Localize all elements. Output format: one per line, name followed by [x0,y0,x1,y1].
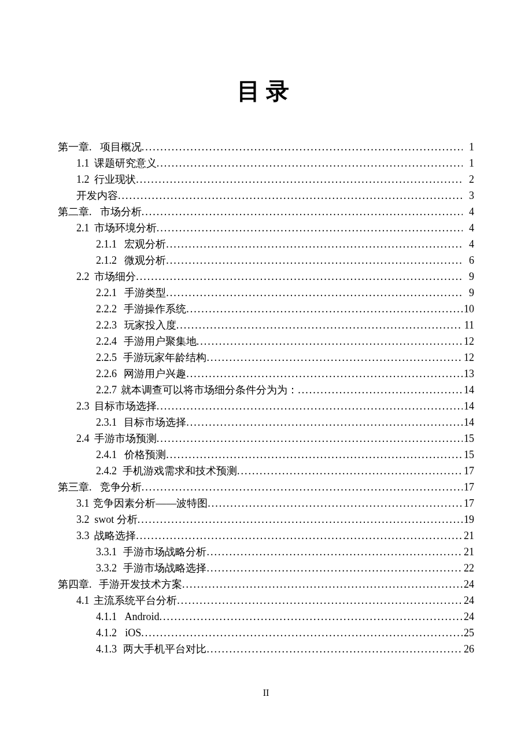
dot-leader [142,139,463,155]
toc-entry-number: 2.2.4 [96,333,117,349]
dot-leader [141,625,463,641]
toc-entry-label: 宏观分析 [124,236,166,252]
toc-entry-page: 12 [463,349,474,366]
toc-entry-page: 4 [463,204,474,220]
toc-entry: 第四章.手游开发技术方案24 [58,576,474,592]
toc-entry-number: 2.2.6 [96,366,117,382]
toc-entry-number: 2.4.2 [96,463,117,479]
toc-entry-label: 目标市场选择 [94,398,157,414]
toc-entry-label: 手游玩家年龄结构 [123,349,206,366]
toc-entry-number: 3.3 [76,528,90,544]
toc-entry-page: 9 [463,285,474,301]
toc-entry-page: 10 [463,301,474,317]
toc-entry-label: 两大手机平台对比 [123,641,206,657]
toc-entry-number: 2.2.3 [96,317,117,333]
toc-entry-label: 手游开发技术方案 [99,576,182,592]
toc-entry-number: 2.1.2 [96,252,117,268]
page-number-footer: II [0,688,532,698]
toc-entry-label: 市场分析 [100,204,142,220]
toc-entry-page: 4 [463,236,474,252]
toc-entry-label: 就本调查可以将市场细分条件分为为： [121,382,298,398]
table-of-contents: 第一章.项目概况11.1课题研究意义11.2行业现状2开发内容3第二章.市场分析… [58,139,474,657]
toc-entry: 2.2.4手游用户聚集地12 [58,333,474,349]
dot-leader [186,414,463,430]
toc-entry-number: 第一章. [58,139,92,155]
toc-entry: 2.1市场环境分析4 [58,220,474,236]
toc-entry: 4.1.2iOS25 [58,625,474,641]
dot-leader [157,430,463,447]
toc-entry-page: 24 [463,576,474,592]
toc-entry-page: 14 [463,414,474,430]
toc-entry-page: 17 [463,495,474,511]
dot-leader [206,349,463,366]
toc-entry-number: 第二章. [58,204,92,220]
dot-leader [206,544,463,560]
toc-entry-page: 17 [463,479,474,495]
toc-entry-number: 2.2 [76,268,90,285]
dot-leader [197,333,463,349]
toc-entry-page: 2 [463,171,474,187]
toc-entry: 3.3.1手游市场战略分析21 [58,544,474,560]
dot-leader [177,592,463,609]
toc-entry: 2.2.5手游玩家年龄结构12 [58,349,474,366]
toc-entry-page: 15 [463,430,474,447]
dot-leader [206,641,463,657]
toc-entry-label: 手机游戏需求和技术预测 [123,463,237,479]
toc-entry: 2.2.3玩家投入度11 [58,317,474,333]
toc-entry: 1.2行业现状2 [58,171,474,187]
dot-leader [136,171,463,187]
toc-entry-label: 项目概况 [100,139,142,155]
toc-entry-number: 2.3.1 [96,414,117,430]
toc-entry-number: 1.2 [76,171,90,187]
dot-leader [166,252,463,268]
toc-entry-label: 目标市场选择 [124,414,186,430]
dot-leader [142,204,463,220]
dot-leader [142,479,463,495]
toc-entry-page: 11 [463,317,474,333]
toc-entry-label: 手游市场预测 [94,430,157,447]
toc-entry: 3.2swot 分析19 [58,511,474,528]
toc-entry-label: 手游市场战略选择 [123,560,206,576]
toc-entry-label: 市场细分 [94,268,136,285]
toc-entry-number: 3.1 [76,495,90,511]
toc-entry: 2.2.2手游操作系统10 [58,301,474,317]
toc-entry: 4.1.3两大手机平台对比26 [58,641,474,657]
toc-entry-number: 1.1 [76,155,90,171]
toc-entry-page: 13 [463,366,474,382]
toc-entry-page: 24 [463,592,474,609]
toc-entry-label: 课题研究意义 [94,155,157,171]
toc-entry: 第三章.竞争分析17 [58,479,474,495]
toc-entry-label: 手游操作系统 [124,301,186,317]
toc-entry-page: 25 [463,625,474,641]
toc-entry-label: 开发内容 [76,187,118,204]
toc-entry-page: 24 [463,609,474,625]
toc-entry-page: 26 [463,641,474,657]
dot-leader [298,382,463,398]
toc-entry: 2.4.1价格预测15 [58,447,474,463]
toc-entry: 2.2.6网游用户兴趣13 [58,366,474,382]
toc-entry-page: 17 [463,463,474,479]
toc-entry: 2.2.1手游类型9 [58,285,474,301]
dot-leader [136,528,463,544]
toc-entry-label: 市场环境分析 [94,220,157,236]
toc-entry-number: 3.3.1 [96,544,117,560]
dot-leader [157,220,463,236]
toc-entry-page: 21 [463,528,474,544]
toc-entry: 2.3目标市场选择14 [58,398,474,414]
dot-leader [166,447,463,463]
toc-entry-page: 12 [463,333,474,349]
toc-entry-page: 19 [463,511,474,528]
dot-leader [186,301,463,317]
toc-entry-label: swot 分析 [94,511,138,528]
toc-entry-label: Android [125,609,160,625]
toc-entry: 3.3战略选择21 [58,528,474,544]
toc-entry-number: 4.1.2 [96,625,117,641]
dot-leader [166,285,463,301]
toc-entry: 开发内容3 [58,187,474,204]
dot-leader [160,609,463,625]
toc-entry-label: 主流系统平台分析 [94,592,177,609]
toc-entry-label: 手游用户聚集地 [124,333,197,349]
toc-entry-page: 14 [463,382,474,398]
toc-entry: 2.2.7就本调查可以将市场细分条件分为为：14 [58,382,474,398]
toc-entry: 4.1.1Android24 [58,609,474,625]
